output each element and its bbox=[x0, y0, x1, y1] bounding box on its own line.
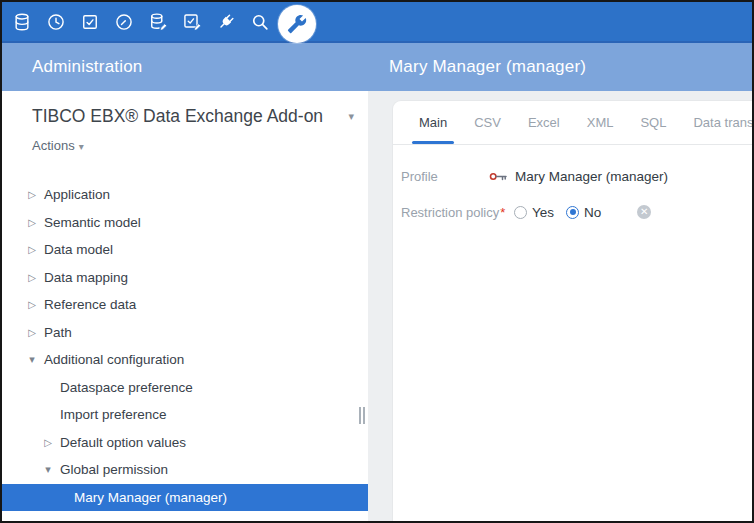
chevron-right-icon[interactable]: ▷ bbox=[40, 437, 56, 448]
clock-icon[interactable] bbox=[39, 2, 73, 41]
clear-value-icon[interactable]: ✕ bbox=[637, 205, 651, 219]
tree-item-label: Dataspace preference bbox=[60, 380, 193, 395]
tree-item-additional-configuration[interactable]: ▾ Additional configuration bbox=[2, 346, 368, 374]
chevron-right-icon[interactable]: ▷ bbox=[24, 217, 40, 228]
tree-item-data-mapping[interactable]: ▷ Data mapping bbox=[2, 264, 368, 292]
toolbar-icon-strip bbox=[2, 2, 752, 41]
module-title: TIBCO EBX® Data Exchange Add-on bbox=[32, 106, 348, 127]
tab-csv[interactable]: CSV bbox=[467, 101, 508, 144]
tab-main[interactable]: Main bbox=[412, 101, 454, 144]
restriction-policy-field-row: Restriction policy* Yes No ✕ bbox=[401, 194, 754, 230]
chevron-right-icon[interactable]: ▷ bbox=[24, 189, 40, 200]
restriction-policy-label: Restriction policy* bbox=[401, 205, 514, 220]
chevron-down-icon: ▾ bbox=[79, 141, 84, 152]
chevron-down-icon[interactable]: ▾ bbox=[24, 353, 40, 366]
active-tool-highlight bbox=[278, 5, 316, 43]
database-edit-icon[interactable] bbox=[141, 2, 175, 41]
actions-menu-button[interactable]: Actions▾ bbox=[32, 138, 90, 153]
tab-data-transfer[interactable]: Data transfer bbox=[686, 101, 754, 144]
app-window: Administration Mary Manager (manager) TI… bbox=[0, 0, 754, 523]
tree-item-label: Semantic model bbox=[44, 215, 141, 230]
chevron-right-icon[interactable]: ▷ bbox=[24, 244, 40, 255]
tree-item-label: Additional configuration bbox=[44, 352, 184, 367]
tree-item-label: Data model bbox=[44, 242, 113, 257]
tab-excel[interactable]: Excel bbox=[521, 101, 567, 144]
gauge-icon[interactable] bbox=[107, 2, 141, 41]
tree-item-data-model[interactable]: ▷ Data model bbox=[2, 236, 368, 264]
tree-item-global-permission[interactable]: ▾ Global permission bbox=[2, 456, 368, 484]
radio-no-label: No bbox=[584, 205, 601, 220]
tree-item-path[interactable]: ▷ Path bbox=[2, 319, 368, 347]
foreign-key-icon bbox=[489, 171, 508, 182]
radio-yes-label: Yes bbox=[532, 205, 554, 220]
tree-item-import-preference[interactable]: Import preference bbox=[2, 401, 368, 429]
tree-item-reference-data[interactable]: ▷ Reference data bbox=[2, 291, 368, 319]
record-form: Profile Mary Manager (manager) bbox=[393, 145, 754, 230]
tree-item-label: Global permission bbox=[60, 462, 168, 477]
right-pane-title: Mary Manager (manager) bbox=[389, 57, 586, 77]
tab-xml[interactable]: XML bbox=[580, 101, 621, 144]
plug-icon[interactable] bbox=[209, 2, 243, 41]
tree-item-label: Import preference bbox=[60, 407, 167, 422]
profile-field-row: Profile Mary Manager (manager) bbox=[401, 158, 754, 194]
pane-splitter-handle[interactable] bbox=[359, 407, 365, 424]
section-header-bar: Administration Mary Manager (manager) bbox=[2, 43, 752, 91]
top-toolbar bbox=[2, 2, 752, 43]
chevron-right-icon[interactable]: ▷ bbox=[24, 327, 40, 338]
tree-item-default-option-values[interactable]: ▷ Default option values bbox=[2, 429, 368, 457]
tree-item-semantic-model[interactable]: ▷ Semantic model bbox=[2, 209, 368, 237]
tree-item-label: Data mapping bbox=[44, 270, 128, 285]
chevron-down-icon: ▾ bbox=[348, 110, 354, 123]
radio-no[interactable]: No bbox=[566, 205, 601, 220]
tree-item-label: Mary Manager (manager) bbox=[74, 490, 227, 505]
left-pane-title: Administration bbox=[32, 57, 143, 77]
tab-sql[interactable]: SQL bbox=[633, 101, 673, 144]
tree-item-mary-manager-selected[interactable]: Mary Manager (manager) bbox=[2, 484, 368, 512]
chevron-down-icon[interactable]: ▾ bbox=[40, 463, 56, 476]
main-body: TIBCO EBX® Data Exchange Add-on ▾ Action… bbox=[2, 91, 752, 521]
record-card: Main CSV Excel XML SQL Data transfer Pro… bbox=[392, 100, 754, 521]
radio-no-circle-checked[interactable] bbox=[566, 206, 579, 219]
pane-gutter bbox=[368, 91, 392, 521]
checkbox-icon[interactable] bbox=[73, 2, 107, 41]
navigation-sidebar: TIBCO EBX® Data Exchange Add-on ▾ Action… bbox=[2, 91, 368, 521]
wrench-icon[interactable] bbox=[277, 2, 317, 41]
actions-label: Actions bbox=[32, 138, 75, 153]
required-marker: * bbox=[500, 205, 505, 220]
tree-item-application[interactable]: ▷ Application bbox=[2, 181, 368, 209]
radio-yes[interactable]: Yes bbox=[514, 205, 554, 220]
restriction-policy-value: Yes No ✕ bbox=[514, 205, 651, 220]
search-icon[interactable] bbox=[243, 2, 277, 41]
chevron-right-icon[interactable]: ▷ bbox=[24, 299, 40, 310]
module-selector[interactable]: TIBCO EBX® Data Exchange Add-on ▾ bbox=[32, 103, 360, 129]
tree-item-label: Application bbox=[44, 187, 110, 202]
radio-yes-circle[interactable] bbox=[514, 206, 527, 219]
tree-item-label: Path bbox=[44, 325, 72, 340]
database-icon[interactable] bbox=[5, 2, 39, 41]
checkbox-edit-icon[interactable] bbox=[175, 2, 209, 41]
navigation-tree: ▷ Application ▷ Semantic model ▷ Data mo… bbox=[2, 181, 368, 511]
profile-field-value: Mary Manager (manager) bbox=[514, 169, 668, 184]
tab-bar: Main CSV Excel XML SQL Data transfer bbox=[393, 101, 754, 145]
tree-item-dataspace-preference[interactable]: Dataspace preference bbox=[2, 374, 368, 402]
profile-value-text: Mary Manager (manager) bbox=[515, 169, 668, 184]
tree-item-label: Reference data bbox=[44, 297, 136, 312]
content-pane: Main CSV Excel XML SQL Data transfer Pro… bbox=[392, 91, 754, 521]
chevron-right-icon[interactable]: ▷ bbox=[24, 272, 40, 283]
tree-item-label: Default option values bbox=[60, 435, 186, 450]
